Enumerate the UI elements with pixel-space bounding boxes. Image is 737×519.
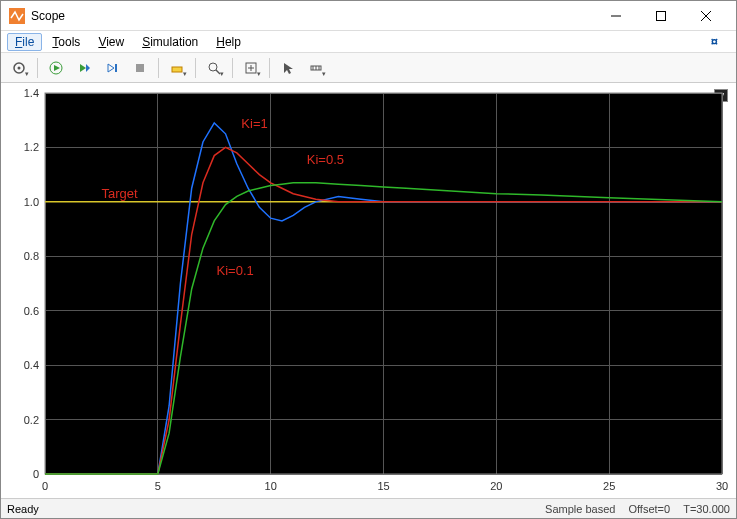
svg-line-16 — [216, 70, 220, 74]
svg-text:20: 20 — [490, 480, 502, 492]
menu-simulation[interactable]: Simulation — [134, 33, 206, 51]
menu-tools[interactable]: Tools — [44, 33, 88, 51]
zoom-button[interactable] — [202, 56, 226, 80]
svg-marker-9 — [80, 64, 86, 72]
svg-text:10: 10 — [265, 480, 277, 492]
scope-axes[interactable]: 05101520253000.20.40.60.81.01.21.4Target… — [7, 87, 730, 496]
label-ki01: Ki=0.1 — [217, 263, 254, 278]
toolbar — [1, 53, 736, 83]
svg-text:0.8: 0.8 — [24, 250, 39, 262]
svg-text:15: 15 — [377, 480, 389, 492]
svg-marker-11 — [108, 64, 114, 72]
settings-button[interactable] — [7, 56, 31, 80]
label-ki05: Ki=0.5 — [307, 152, 344, 167]
stop-button[interactable] — [128, 56, 152, 80]
menu-view[interactable]: View — [90, 33, 132, 51]
run-forward-button[interactable] — [72, 56, 96, 80]
svg-marker-10 — [86, 64, 90, 72]
svg-marker-8 — [54, 65, 60, 71]
fit-button[interactable] — [239, 56, 263, 80]
svg-point-15 — [209, 63, 217, 71]
svg-rect-13 — [136, 64, 144, 72]
statusbar: Ready Sample based Offset=0 T=30.000 — [1, 498, 736, 518]
svg-rect-2 — [656, 11, 665, 20]
svg-text:0.2: 0.2 — [24, 414, 39, 426]
menu-help[interactable]: Help — [208, 33, 249, 51]
svg-text:25: 25 — [603, 480, 615, 492]
status-sample: Sample based — [545, 503, 615, 515]
app-icon — [9, 8, 25, 24]
run-button[interactable] — [44, 56, 68, 80]
label-ki1: Ki=1 — [241, 116, 267, 131]
window-title: Scope — [31, 9, 593, 23]
svg-text:30: 30 — [716, 480, 728, 492]
svg-text:5: 5 — [155, 480, 161, 492]
svg-text:0: 0 — [33, 468, 39, 480]
cursor-button[interactable] — [276, 56, 300, 80]
plot-area: ⤢ 05101520253000.20.40.60.81.01.21.4Targ… — [1, 83, 736, 498]
titlebar: Scope — [1, 1, 736, 31]
svg-rect-14 — [172, 67, 182, 72]
status-ready: Ready — [7, 503, 535, 515]
measure-button[interactable] — [304, 56, 328, 80]
label-target: Target — [101, 186, 138, 201]
svg-text:0: 0 — [42, 480, 48, 492]
maximize-button[interactable] — [638, 2, 683, 30]
dock-icon[interactable]: ¤ — [711, 34, 718, 49]
svg-text:1.0: 1.0 — [24, 196, 39, 208]
svg-point-6 — [18, 66, 21, 69]
menu-file[interactable]: File — [7, 33, 42, 51]
svg-text:0.4: 0.4 — [24, 359, 39, 371]
status-time: T=30.000 — [683, 503, 730, 515]
step-button[interactable] — [100, 56, 124, 80]
status-offset: Offset=0 — [628, 503, 670, 515]
highlight-button[interactable] — [165, 56, 189, 80]
close-button[interactable] — [683, 2, 728, 30]
svg-rect-12 — [115, 64, 117, 72]
svg-text:1.4: 1.4 — [24, 87, 39, 99]
svg-text:0.6: 0.6 — [24, 305, 39, 317]
menubar: File Tools View Simulation Help ¤ — [1, 31, 736, 53]
svg-text:1.2: 1.2 — [24, 141, 39, 153]
minimize-button[interactable] — [593, 2, 638, 30]
